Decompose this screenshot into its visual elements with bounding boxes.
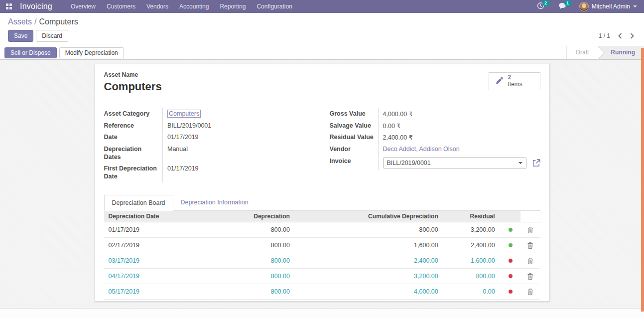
field-invoice-widget: BILL/2019/0001 bbox=[383, 158, 540, 168]
cell-residual: 3,200.00 bbox=[444, 226, 501, 233]
sell-or-dispose-button[interactable]: Sell or Dispose bbox=[4, 47, 57, 58]
apps-grid-icon[interactable] bbox=[6, 3, 12, 9]
field-row-invoice: InvoiceBILL/2019/0001 bbox=[330, 156, 540, 170]
breadcrumb: Assets/Computers bbox=[8, 17, 636, 26]
field-value-gross-value[interactable]: 4,000.00 ₹ bbox=[383, 111, 413, 118]
table-row-3: 03/17/2019800.002,400.001,600.00 bbox=[104, 253, 540, 269]
status-dot-icon bbox=[509, 228, 513, 232]
cell-date: 04/17/2019 bbox=[104, 273, 218, 280]
breadcrumb-assets-link[interactable]: Assets bbox=[8, 17, 32, 26]
chevron-left-icon[interactable] bbox=[618, 33, 622, 39]
menu-item-vendors[interactable]: Vendors bbox=[141, 0, 174, 13]
items-label: Items bbox=[508, 81, 522, 88]
discard-button[interactable]: Discard bbox=[36, 30, 68, 42]
save-button[interactable]: Save bbox=[8, 30, 33, 42]
menu-item-customers[interactable]: Customers bbox=[101, 0, 141, 13]
column-header-residual[interactable]: Residual bbox=[444, 213, 501, 220]
external-link-icon[interactable] bbox=[532, 159, 540, 167]
cell-date-value[interactable]: 01/17/2019 bbox=[109, 226, 140, 233]
cell-depreciation-value[interactable]: 800.00 bbox=[271, 242, 290, 249]
avatar bbox=[579, 2, 589, 11]
cell-cumulative: 3,200.00 bbox=[296, 273, 444, 280]
cell-residual-value[interactable]: 1,600.00 bbox=[471, 257, 495, 264]
cell-cumulative-value[interactable]: 4,000.00 bbox=[414, 288, 438, 295]
control-panel: Assets/Computers Save Discard 1 / 1 bbox=[0, 13, 644, 46]
field-value-date[interactable]: 01/17/2019 bbox=[167, 134, 199, 141]
items-stat-button[interactable]: 2 Items bbox=[489, 72, 540, 90]
field-row-residual-value: Residual Value2,400.00 ₹ bbox=[330, 132, 540, 144]
menu-item-reporting[interactable]: Reporting bbox=[214, 0, 251, 13]
vertical-scrollbar[interactable] bbox=[641, 48, 644, 312]
table-row-4: 04/17/2019800.003,200.00800.00 bbox=[104, 269, 540, 284]
cell-date-value[interactable]: 02/17/2019 bbox=[109, 242, 140, 249]
cell-residual: 2,400.00 bbox=[444, 242, 501, 249]
cell-residual-value[interactable]: 0.00 bbox=[483, 288, 495, 295]
cell-residual-value[interactable]: 800.00 bbox=[476, 273, 495, 280]
column-header-depreciation[interactable]: Depreciation bbox=[217, 213, 296, 220]
field-value-asset-category-link[interactable]: Computers bbox=[167, 110, 201, 118]
field-value-depreciation-dates[interactable]: Manual bbox=[167, 146, 188, 153]
cell-cumulative-value[interactable]: 800.00 bbox=[419, 226, 438, 233]
invoice-select[interactable]: BILL/2019/0001 bbox=[383, 158, 526, 168]
cell-date: 03/17/2019 bbox=[104, 257, 218, 264]
cell-depreciation: 800.00 bbox=[217, 226, 296, 233]
tab-depreciation-information[interactable]: Depreciation Information bbox=[173, 195, 256, 211]
cell-date-value[interactable]: 03/17/2019 bbox=[109, 257, 140, 264]
field-value-reference[interactable]: BILL/2019/0001 bbox=[167, 122, 211, 129]
breadcrumb-current: Computers bbox=[39, 17, 78, 26]
menu-item-configuration[interactable]: Configuration bbox=[251, 0, 297, 13]
user-menu[interactable]: Mitchell Admin bbox=[574, 2, 639, 11]
cell-date: 02/17/2019 bbox=[104, 242, 218, 249]
cell-cumulative-value[interactable]: 3,200.00 bbox=[414, 273, 438, 280]
field-value-residual-value[interactable]: 2,400.00 ₹ bbox=[383, 134, 413, 141]
column-header-cumulative-depreciation[interactable]: Cumulative Depreciation bbox=[296, 213, 444, 220]
cell-depreciation-value[interactable]: 800.00 bbox=[271, 257, 290, 264]
cell-date: 05/17/2019 bbox=[104, 288, 218, 295]
field-value-cell-invoice: BILL/2019/0001 bbox=[378, 156, 540, 170]
cell-depreciation-value[interactable]: 800.00 bbox=[271, 288, 290, 295]
top-navbar: Invoicing OverviewCustomersVendorsAccoun… bbox=[0, 0, 644, 13]
activity-systray[interactable]: 2 bbox=[531, 0, 550, 13]
tab-depreciation-board[interactable]: Depreciation Board bbox=[104, 195, 173, 211]
field-value-cell-gross-value: 4,000.00 ₹ bbox=[378, 108, 540, 120]
trash-icon[interactable] bbox=[527, 227, 533, 233]
navbar-left: Invoicing OverviewCustomersVendorsAccoun… bbox=[4, 0, 298, 13]
field-value-vendor-link[interactable]: Deco Addict, Addison Olson bbox=[383, 146, 460, 153]
cell-depreciation-value[interactable]: 800.00 bbox=[271, 226, 290, 233]
field-value-first-depreciation-date[interactable]: 01/17/2019 bbox=[167, 165, 199, 172]
cell-residual-value[interactable]: 2,400.00 bbox=[471, 242, 495, 249]
trash-icon[interactable] bbox=[527, 242, 533, 249]
app-brand[interactable]: Invoicing bbox=[20, 2, 52, 11]
cell-depreciation-value[interactable]: 800.00 bbox=[271, 273, 290, 280]
column-header-depreciation-date[interactable]: Depreciation Date bbox=[104, 213, 218, 220]
menu-item-overview[interactable]: Overview bbox=[65, 0, 101, 13]
cell-residual: 1,600.00 bbox=[444, 257, 501, 264]
cell-cumulative-value[interactable]: 2,400.00 bbox=[414, 257, 438, 264]
cell-status bbox=[501, 259, 520, 263]
asset-name-label: Asset Name bbox=[104, 71, 162, 78]
field-label-vendor: Vendor bbox=[330, 144, 379, 156]
form-sheet: Asset Name Computers 2 Items Asset Categ… bbox=[95, 64, 550, 302]
cell-actions bbox=[520, 273, 540, 280]
menu-item-accounting[interactable]: Accounting bbox=[174, 0, 214, 13]
status-dot-icon bbox=[509, 259, 513, 263]
cell-cumulative-value[interactable]: 1,600.00 bbox=[414, 242, 438, 249]
state-draft[interactable]: Draft bbox=[566, 46, 598, 59]
trash-icon[interactable] bbox=[527, 258, 533, 264]
field-row-depreciation-dates: Depreciation DatesManual bbox=[104, 144, 315, 163]
cell-residual-value[interactable]: 3,200.00 bbox=[471, 226, 495, 233]
trash-icon[interactable] bbox=[527, 273, 533, 280]
messages-systray[interactable]: 1 bbox=[552, 0, 572, 13]
chevron-right-icon[interactable] bbox=[630, 33, 634, 39]
cell-date-value[interactable]: 05/17/2019 bbox=[109, 288, 140, 295]
field-value-cell-salvage-value: 0.00 ₹ bbox=[378, 120, 540, 132]
app-menu: OverviewCustomersVendorsAccountingReport… bbox=[65, 0, 298, 13]
asset-name-value[interactable]: Computers bbox=[104, 80, 162, 93]
status-dot-icon bbox=[509, 290, 513, 294]
cell-date-value[interactable]: 04/17/2019 bbox=[109, 273, 140, 280]
modify-depreciation-button[interactable]: Modify Depreciation bbox=[59, 47, 124, 58]
notebook-tabs: Depreciation BoardDepreciation Informati… bbox=[104, 194, 540, 211]
field-value-salvage-value[interactable]: 0.00 ₹ bbox=[383, 123, 401, 130]
trash-icon[interactable] bbox=[527, 289, 533, 295]
navbar-right: 2 1 Mitchell Admin bbox=[531, 0, 639, 13]
